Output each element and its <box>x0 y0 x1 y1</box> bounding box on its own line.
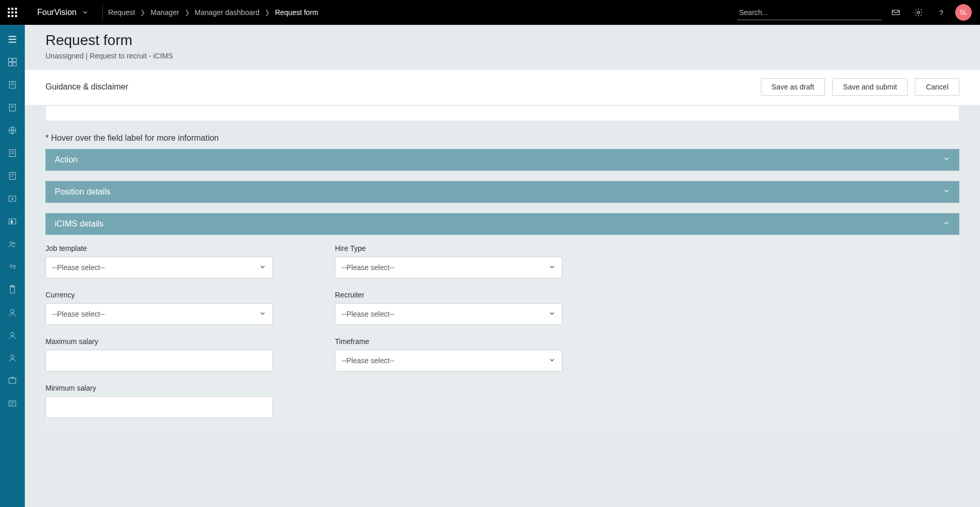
input-max-salary[interactable] <box>45 350 273 371</box>
svg-rect-20 <box>9 150 16 156</box>
breadcrumb-manager[interactable]: Manager <box>150 8 179 17</box>
select-job-template-value: --Please select-- <box>52 263 105 272</box>
svg-text:?: ? <box>939 9 943 17</box>
label-recruiter: Recruiter <box>335 291 604 299</box>
svg-rect-8 <box>15 15 17 17</box>
svg-rect-7 <box>11 15 13 17</box>
select-currency-value: --Please select-- <box>52 310 105 318</box>
nav-hamburger-icon[interactable] <box>0 28 25 51</box>
nav-person-icon[interactable] <box>0 347 25 369</box>
page-title: Request form <box>45 32 173 49</box>
gear-icon[interactable] <box>910 4 927 21</box>
svg-rect-35 <box>9 378 16 383</box>
chevron-right-icon: ❯ <box>185 9 190 16</box>
search-input[interactable] <box>737 5 882 20</box>
svg-rect-15 <box>13 63 17 66</box>
svg-rect-14 <box>9 63 12 66</box>
input-max-salary-field[interactable] <box>52 350 266 371</box>
chevron-right-icon: ❯ <box>140 9 145 16</box>
select-timeframe[interactable]: --Please select-- <box>335 350 562 371</box>
label-job-template: Job template <box>45 244 314 252</box>
chevron-down-icon <box>548 356 556 365</box>
label-min-salary: Minimum salary <box>45 384 314 392</box>
svg-point-23 <box>11 198 13 199</box>
divider <box>102 4 103 21</box>
breadcrumb: Request ❯ Manager ❯ Manager dashboard ❯ … <box>108 8 318 17</box>
input-min-salary[interactable] <box>45 396 273 418</box>
svg-rect-36 <box>9 401 16 406</box>
messages-icon[interactable] <box>887 4 905 21</box>
guidance-label: Guidance & disclaimer <box>45 82 128 92</box>
svg-point-29 <box>14 265 16 267</box>
select-recruiter-value: --Please select-- <box>342 310 394 318</box>
chevron-up-icon <box>943 219 950 229</box>
page-subtitle: Unassigned | Request to recruit - iCIMS <box>45 52 173 60</box>
panel-action-header[interactable]: Action <box>45 149 959 171</box>
input-min-salary-field[interactable] <box>52 397 266 417</box>
panel-position-details-header[interactable]: Position details <box>45 181 959 203</box>
action-strip: Guidance & disclaimer Save as draft Save… <box>25 70 980 106</box>
label-max-salary: Maximum salary <box>45 337 314 346</box>
svg-rect-21 <box>9 172 16 179</box>
panel-icims-title: iCIMS details <box>55 219 103 229</box>
breadcrumb-request[interactable]: Request <box>108 8 135 17</box>
svg-rect-9 <box>892 10 899 15</box>
svg-point-32 <box>11 309 14 313</box>
svg-point-18 <box>11 106 13 108</box>
nav-person-icon[interactable] <box>0 324 25 347</box>
chevron-right-icon: ❯ <box>265 9 270 16</box>
nav-item-icon[interactable] <box>0 187 25 210</box>
nav-item-icon[interactable] <box>0 392 25 415</box>
cancel-button[interactable]: Cancel <box>915 78 959 96</box>
nav-item-icon[interactable] <box>0 165 25 187</box>
svg-point-28 <box>10 265 12 267</box>
svg-point-26 <box>10 242 12 244</box>
nav-item-icon[interactable] <box>0 369 25 392</box>
svg-point-10 <box>917 11 920 14</box>
app-launcher-icon[interactable] <box>0 0 25 25</box>
select-hire-type-value: --Please select-- <box>342 263 394 272</box>
left-nav-rail: $ <box>0 25 25 507</box>
nav-people-icon[interactable] <box>0 233 25 256</box>
svg-text:$: $ <box>11 220 13 223</box>
company-name: FourVision <box>37 8 76 17</box>
svg-rect-3 <box>8 11 10 13</box>
svg-rect-6 <box>8 15 10 17</box>
company-switcher[interactable]: FourVision <box>25 0 97 25</box>
select-job-template[interactable]: --Please select-- <box>45 257 273 278</box>
chevron-down-icon <box>259 263 266 272</box>
nav-item-icon[interactable]: $ <box>0 210 25 233</box>
avatar[interactable]: SL <box>955 4 972 21</box>
svg-rect-5 <box>15 11 17 13</box>
svg-rect-12 <box>9 58 12 62</box>
select-recruiter[interactable]: --Please select-- <box>335 303 562 325</box>
select-currency[interactable]: --Please select-- <box>45 303 273 325</box>
nav-item-icon[interactable] <box>0 96 25 119</box>
label-hire-type: Hire Type <box>335 244 604 252</box>
label-timeframe: Timeframe <box>335 337 604 346</box>
breadcrumb-request-form: Request form <box>275 8 318 17</box>
nav-item-icon[interactable] <box>0 256 25 278</box>
select-timeframe-value: --Please select-- <box>342 356 394 365</box>
chevron-down-icon <box>943 187 950 197</box>
nav-item-icon[interactable] <box>0 73 25 96</box>
nav-person-icon[interactable] <box>0 301 25 324</box>
svg-rect-13 <box>13 58 17 62</box>
label-currency: Currency <box>45 291 314 299</box>
help-icon[interactable]: ? <box>932 4 950 21</box>
save-submit-button[interactable]: Save and submit <box>832 78 908 96</box>
svg-rect-0 <box>8 8 10 10</box>
avatar-initials: SL <box>960 9 968 16</box>
nav-clipboard-icon[interactable] <box>0 278 25 301</box>
nav-dashboard-icon[interactable] <box>0 51 25 73</box>
nav-item-icon[interactable] <box>0 142 25 165</box>
svg-rect-1 <box>11 8 13 10</box>
panel-icims-header[interactable]: iCIMS details <box>45 213 959 235</box>
content-block <box>45 106 959 121</box>
save-draft-button[interactable]: Save as draft <box>761 78 825 96</box>
breadcrumb-manager-dashboard[interactable]: Manager dashboard <box>195 8 259 17</box>
nav-globe-icon[interactable] <box>0 119 25 142</box>
svg-point-27 <box>13 243 15 244</box>
select-hire-type[interactable]: --Please select-- <box>335 257 562 278</box>
svg-rect-4 <box>11 11 13 13</box>
